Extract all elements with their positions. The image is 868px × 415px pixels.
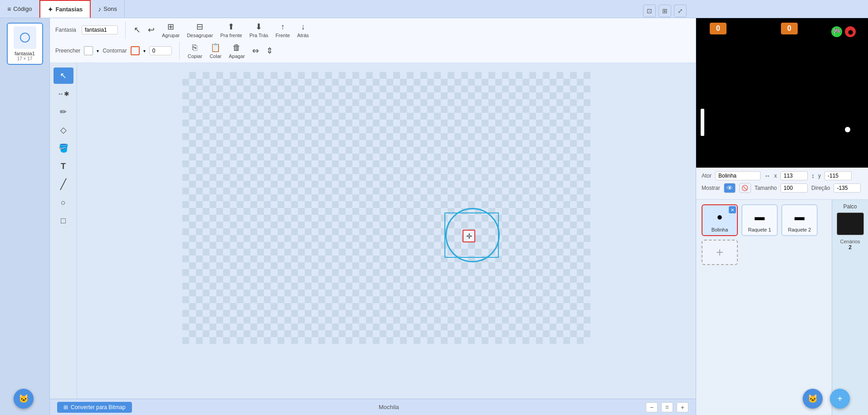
- tool-select[interactable]: ↖: [54, 68, 73, 84]
- cat-btn-left[interactable]: 🐱: [14, 389, 34, 409]
- contour-size-input[interactable]: [149, 46, 172, 55]
- add-actor-icon: +: [708, 243, 731, 261]
- toolbar: Fantasia ↖ ↩ ⊞ Agrupar ⊟: [50, 18, 696, 63]
- tool-rect[interactable]: □: [54, 212, 73, 229]
- right-panel: 🏁 ⬤ 0 0 Ator ↔ x ↕ y Mostrar: [696, 18, 868, 415]
- actor-img-raquete1: ▬: [748, 208, 771, 226]
- preview-paddle-left: [701, 109, 704, 136]
- atras-btn[interactable]: ↓ Atrás: [294, 21, 312, 39]
- screen-mode-1-btn[interactable]: ⊡: [643, 5, 656, 17]
- sons-icon: ♪: [98, 5, 101, 13]
- mochila-label: Mochila: [379, 404, 399, 410]
- y-arrow-icon: ↕: [811, 172, 814, 179]
- cenarios-label: Cenários: [840, 239, 860, 244]
- group-buttons: ↖ ↩ ⊞ Agrupar ⊟ Desagrupar ⬆: [125, 21, 312, 39]
- flip-v-btn[interactable]: ⇕: [263, 45, 276, 57]
- tool-line[interactable]: ╱: [54, 176, 73, 193]
- preview-area: 🏁 ⬤ 0 0: [696, 18, 868, 168]
- fill-dropdown[interactable]: ▾: [97, 48, 99, 53]
- tab-codigo[interactable]: ≡ Código: [0, 0, 39, 18]
- tool-transform[interactable]: ↔✱: [54, 86, 73, 102]
- stop-btn[interactable]: ⬤: [845, 26, 856, 37]
- canvas[interactable]: ✛: [182, 72, 590, 344]
- fill-color-swatch[interactable]: [84, 46, 93, 55]
- tab-fantasias-label: Fantasias: [55, 6, 83, 13]
- edit-buttons: ⎘ Copiar 📋 Colar 🗑 Apagar ⇔: [179, 42, 276, 60]
- convert-bitmap-btn[interactable]: ⊞ Converter para Bitmap: [57, 402, 132, 413]
- agrupar-btn[interactable]: ⊞ Agrupar: [159, 21, 182, 39]
- canvas-scrollable[interactable]: ✛: [77, 63, 696, 399]
- contour-dropdown[interactable]: ▾: [143, 48, 146, 53]
- select-btn[interactable]: ↖: [131, 24, 143, 36]
- pra-tras-btn[interactable]: ⬇ Pra Trás: [247, 21, 271, 39]
- actor-label-raquete1: Raquete 1: [748, 227, 771, 232]
- zoom-fit-btn[interactable]: =: [661, 402, 673, 412]
- palco-label: Palco: [843, 203, 857, 210]
- mostrar-label: Mostrar: [702, 185, 720, 191]
- fill-controls: Preencher ▾ Contornar ▾: [55, 46, 172, 55]
- tamanho-label: Tamanho: [755, 185, 777, 191]
- actor-name-row: Ator ↔ x ↕ y: [702, 171, 863, 180]
- actors-stage-row: ✕ ● Bolinha ▬ Raquete 1 ▬ Raquete 2 +: [696, 200, 868, 415]
- actor-properties-row: Mostrar 👁 🚫 Tamanho Direção: [702, 183, 863, 193]
- tool-text[interactable]: T: [54, 158, 73, 174]
- actor-name-input[interactable]: [715, 171, 761, 180]
- actor-delete-bolinha[interactable]: ✕: [729, 206, 736, 213]
- zoom-out-btn[interactable]: −: [646, 402, 658, 412]
- copiar-btn[interactable]: ⎘ Copiar: [185, 42, 205, 60]
- zoom-in-btn[interactable]: +: [677, 402, 688, 412]
- y-label: y: [818, 173, 821, 179]
- move-handle[interactable]: ✛: [463, 230, 475, 242]
- apagar-btn[interactable]: 🗑 Apagar: [226, 42, 247, 60]
- score-right: 0: [781, 23, 798, 34]
- ator-label: Ator: [702, 173, 712, 179]
- tools-sidebar: ↖ ↔✱ ✏ ◇ 🪣 T ╱ ○ □: [50, 63, 77, 399]
- tool-fill[interactable]: 🪣: [54, 140, 73, 156]
- flip-h-btn[interactable]: ⇔: [249, 45, 262, 57]
- actor-card-raquete1[interactable]: ▬ Raquete 1: [741, 204, 778, 236]
- screen-mode-2-btn[interactable]: ⊞: [658, 5, 671, 17]
- direcao-label: Direção: [811, 185, 830, 191]
- costume-thumb[interactable]: fantasia1 17 × 17: [7, 23, 43, 65]
- tamanho-input[interactable]: [780, 183, 808, 193]
- desagrupar-btn[interactable]: ⊟ Desagrupar: [184, 21, 215, 39]
- y-input[interactable]: [824, 171, 852, 180]
- x-arrow-icon: ↔: [764, 172, 770, 179]
- tool-eraser[interactable]: ◇: [54, 122, 73, 138]
- bottom-bar: ⊞ Converter para Bitmap Mochila − = +: [50, 399, 696, 415]
- canvas-center: [380, 206, 380, 207]
- unselect-btn[interactable]: ↩: [145, 24, 157, 36]
- frente-btn[interactable]: ↑ Frente: [273, 21, 293, 39]
- tool-circle[interactable]: ○: [54, 194, 73, 211]
- add-scene-btn[interactable]: +: [830, 389, 850, 409]
- contour-color-swatch[interactable]: [131, 46, 140, 55]
- tab-fantasias[interactable]: ✦ Fantasias: [39, 0, 91, 18]
- green-flag-btn[interactable]: 🏁: [831, 26, 842, 37]
- zoom-controls: − = +: [646, 402, 688, 412]
- stage-thumbnail[interactable]: [837, 212, 864, 235]
- show-hidden-btn[interactable]: 🚫: [739, 183, 751, 193]
- cenarios-count: 2: [848, 244, 852, 251]
- actor-label-bolinha: Bolinha: [712, 227, 728, 232]
- costume-name: fantasia1: [15, 51, 35, 56]
- fantasias-icon: ✦: [48, 6, 53, 13]
- screen-controls: ⊡ ⊞ ⤢: [643, 5, 687, 17]
- costume-thumbnail-img: [14, 26, 36, 49]
- preencher-label: Preencher: [55, 48, 80, 54]
- canvas-tools-wrapper: ↖ ↔✱ ✏ ◇ 🪣 T ╱ ○ □: [50, 63, 696, 399]
- add-actor-btn[interactable]: +: [702, 240, 738, 265]
- svg-point-0: [20, 33, 29, 42]
- pra-frente-btn[interactable]: ⬆ Pra frente: [218, 21, 245, 39]
- cat-btn-right[interactable]: 🐱: [803, 389, 823, 409]
- x-label: x: [774, 173, 777, 179]
- actor-card-raquete2[interactable]: ▬ Raquete 2: [781, 204, 818, 236]
- direcao-input[interactable]: [834, 183, 861, 193]
- tool-brush[interactable]: ✏: [54, 104, 73, 120]
- actor-card-bolinha[interactable]: ✕ ● Bolinha: [702, 204, 738, 236]
- tab-sons[interactable]: ♪ Sons: [91, 0, 125, 18]
- x-input[interactable]: [780, 171, 808, 180]
- fantasia-name-input[interactable]: [82, 25, 118, 34]
- colar-btn[interactable]: 📋 Colar: [207, 42, 224, 60]
- fullscreen-btn[interactable]: ⤢: [674, 5, 687, 17]
- show-visible-btn[interactable]: 👁: [724, 183, 736, 193]
